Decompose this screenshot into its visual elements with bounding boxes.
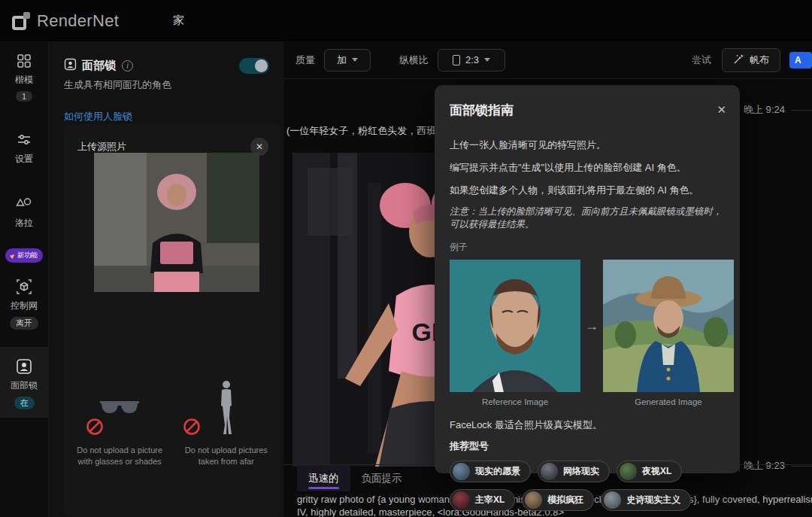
uploaded-source-photo[interactable] [94,153,259,292]
sidebar-item-facelock[interactable]: 面部锁 在 [0,347,48,418]
prohibition-icon [86,418,104,439]
tab-prompt[interactable]: 迅速的 [297,465,350,491]
app-window: RenderNet 家 楷模 1 设置 洛拉 新功能 [0,0,812,517]
model-avatar [453,491,470,509]
model-chip[interactable]: 现实的愿景 [450,461,531,482]
generated-caption: Generated Image [635,397,702,406]
sunglasses-icon [98,397,141,422]
try-link[interactable]: 尝试 [692,53,711,67]
quality-value: 加 [337,53,347,67]
facelock-state-badge: 在 [14,397,35,409]
model-chip-label: 夜视XL [642,465,671,478]
upload-source-card: 上传源照片 ✕ [64,124,282,517]
generation-toolbar: 质量 加 纵横比 2:3 尝试 帆布 A [284,41,812,79]
magic-wand-icon [733,53,744,67]
model-chip[interactable]: 模拟疯狂 [522,489,594,511]
upload-card-title: 上传源照片 [77,140,126,154]
rendernet-logo-icon [12,12,30,30]
aspect-ratio-label: 纵横比 [399,53,429,67]
new-feature-badge: 新功能 [5,248,43,263]
toggle-knob [255,59,268,72]
recommended-models-label: 推荐型号 [450,439,725,453]
upload-warnings: Do not upload a picture with glasses or … [64,380,282,467]
warning-text-line: Do not upload pictures [185,445,268,456]
model-chip-label: 模拟疯狂 [547,494,583,506]
chevron-down-icon [352,58,358,62]
model-chip-label: 史诗现实主义 [626,494,680,506]
modal-footer-note: FaceLock 最适合照片级真实模型。 [450,418,725,432]
modal-step-3: 如果您创建多个人物，则该面孔将用于最左侧的 AI 角色。 [450,184,725,196]
distant-person-icon [215,380,238,439]
model-avatar [453,463,470,480]
model-chip-label: 网络现实 [563,465,599,478]
model-chip[interactable]: 网络现实 [538,461,610,482]
sidebar-label-models: 楷模 [15,74,33,87]
recommended-models: 现实的愿景 网络现实 夜视XL 主宰XL 模拟疯狂 史诗现实主义 绝对现实 [450,461,725,517]
info-icon[interactable]: i [122,60,133,71]
facelock-toggle[interactable] [239,58,269,74]
portrait-ratio-icon [453,55,460,65]
model-avatar [604,491,621,509]
sidebar: 楷模 1 设置 洛拉 新功能 控制网 离开 [0,41,49,517]
model-chip-label: 主宰XL [475,494,504,506]
party-popper-icon [10,252,16,258]
sidebar-label-controlnet: 控制网 [11,300,38,312]
tab-negative-prompt[interactable]: 负面提示 [350,465,414,491]
nav-home-link[interactable]: 家 [173,14,184,28]
model-avatar [525,491,542,509]
quality-label: 质量 [295,53,315,67]
aspect-ratio-dropdown[interactable]: 2:3 [438,49,505,71]
quality-dropdown[interactable]: 加 [324,49,371,71]
facelock-panel-icon [64,58,77,74]
facelock-help-link[interactable]: 如何使用人脸锁 [64,110,132,123]
facelock-portrait-icon [14,357,34,376]
sidebar-label-facelock: 面部锁 [11,379,38,392]
brand-name: RenderNet [37,11,119,31]
facelock-panel-title: 面部锁 [82,59,116,73]
controlnet-cube-icon [14,277,34,297]
new-feature-label: 新功能 [17,251,38,260]
timestamp-text: 晚上 9:24 [744,103,785,117]
modal-step-2: 编写提示并点击"生成"以使用上传的脸部创建 AI 角色。 [450,161,725,174]
model-chip[interactable]: 主宰XL [450,489,515,511]
modal-note: 注意：当上传的脸部清晰可见、面向前方且未佩戴眼镜或墨镜时，可以获得最佳结果。 [450,205,725,231]
example-images: Reference Image → [450,260,725,406]
reference-image [450,260,580,392]
chevron-down-icon [484,58,490,62]
example-label: 例子 [450,241,725,254]
model-chip[interactable]: 史诗现实主义 [601,489,691,511]
facelock-guide-modal: 面部锁指南 ✕ 上传一张人脸清晰可见的特写照片。 编写提示并点击"生成"以使用上… [435,85,740,473]
warning-text-line: Do not upload a picture [77,445,162,456]
model-avatar [541,463,558,480]
canvas-button[interactable]: 帆布 [722,48,780,72]
prohibition-icon [183,418,201,439]
sidebar-item-controlnet[interactable]: 控制网 离开 [0,267,48,338]
models-count-badge: 1 [16,91,32,102]
top-bar: RenderNet 家 [0,0,812,41]
warning-glasses: Do not upload a picture with glasses or … [69,380,171,467]
modal-close-icon[interactable]: ✕ [717,103,726,117]
sidebar-label-lora: 洛拉 [15,217,33,230]
warning-text-line: taken from afar [185,456,268,467]
model-avatar [620,463,637,480]
sidebar-item-models[interactable]: 楷模 1 [0,41,48,110]
model-chip-label: 现实的愿景 [475,465,520,478]
reference-caption: Reference Image [482,397,548,406]
warning-text-line: with glasses or shades [77,456,162,467]
warning-afar: Do not upload pictures taken from afar [175,380,277,467]
modal-title: 面部锁指南 [450,102,725,119]
timestamp-rule [791,110,812,111]
shapes-icon [14,194,34,214]
brand-logo[interactable]: RenderNet [12,11,119,31]
ai-badge[interactable]: A [789,52,812,68]
sidebar-label-settings: 设置 [15,153,33,166]
facelock-subtitle: 生成具有相同面孔的角色 [64,78,269,92]
modal-step-1: 上传一张人脸清晰可见的特写照片。 [450,138,725,151]
generated-example-image [603,260,734,392]
aspect-ratio-value: 2:3 [465,54,479,65]
sidebar-item-settings[interactable]: 设置 [0,120,48,174]
grid-icon [14,51,34,71]
sidebar-item-lora[interactable]: 洛拉 [0,184,48,238]
model-chip[interactable]: 夜视XL [617,461,682,482]
sliders-icon [14,130,34,150]
